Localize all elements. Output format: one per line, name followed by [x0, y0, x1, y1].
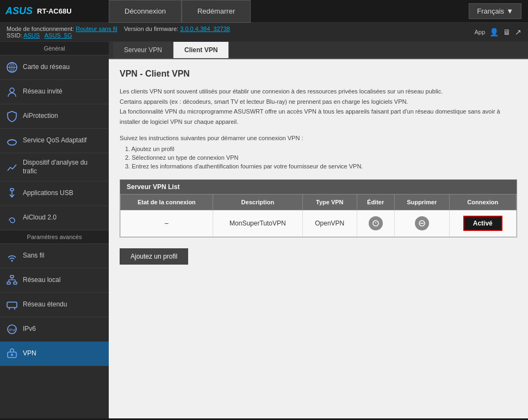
sidebar-item-carte-reseau[interactable]: Carte du réseau [0, 55, 109, 80]
instruction-3: 3. Entrez les informations d'authentific… [125, 163, 517, 170]
ipv6-icon: IPv6 [5, 323, 18, 336]
row-status: – [121, 210, 213, 236]
instructions-label: Suivez les instructions suivantes pour d… [120, 135, 517, 141]
ssid-asus[interactable]: ASUS [23, 32, 40, 39]
svg-rect-11 [10, 275, 14, 278]
tab-client-vpn[interactable]: Client VPN [173, 42, 229, 58]
person-icon[interactable]: 👤 [489, 28, 499, 36]
description-text: Les clients VPN sont souvent utilisés po… [120, 86, 517, 127]
tabs-bar: Serveur VPN Client VPN [109, 42, 528, 59]
sidebar-item-qos[interactable]: Service QoS Adaptatif [0, 129, 109, 153]
table-section-header: Serveur VPN List [120, 180, 517, 194]
svg-point-4 [10, 88, 14, 92]
sidebar-item-reseau-local[interactable]: Réseau local [0, 268, 109, 293]
sidebar-item-aiprotection[interactable]: AiProtection [0, 104, 109, 129]
active-button[interactable]: Activé [463, 216, 502, 231]
vpn-icon [5, 347, 18, 360]
shield-icon [5, 110, 18, 123]
wan-icon [5, 298, 18, 311]
sidebar-item-ipv6[interactable]: IPv6 IPv6 [0, 317, 109, 342]
sidebar-label-usb: Applications USB [23, 189, 73, 198]
vpn-table: Etat de la connexion Description Type VP… [120, 194, 517, 237]
row-type: OpenVPN [303, 210, 357, 236]
qos-icon [5, 134, 18, 147]
share-icon[interactable]: ↗ [515, 28, 521, 36]
language-button[interactable]: Français ▼ [469, 3, 521, 19]
sidebar-item-vpn[interactable]: VPN [0, 342, 109, 366]
col-status: Etat de la connexion [121, 194, 213, 210]
sidebar-item-reseau-etendu[interactable]: Réseau étendu [0, 293, 109, 317]
svg-rect-13 [14, 282, 17, 284]
redemarrer-button[interactable]: Redémarrer [182, 0, 251, 23]
sidebar: Général Carte du réseau Réseau invité Ai… [0, 42, 109, 418]
model-name: RT-AC68U [37, 7, 72, 15]
sidebar-label-sansfil: Sans fil [23, 252, 44, 260]
app-label: App [474, 29, 485, 35]
table-row: – MonSuperTutoVPN OpenVPN [121, 210, 517, 236]
deconnexion-button[interactable]: Déconnexion [109, 0, 182, 23]
mode-label: Mode de fonctionnement: [7, 26, 74, 32]
logo-area: ASUS RT-AC68U [0, 5, 109, 17]
row-description: MonSuperTutoVPN [213, 210, 302, 236]
sidebar-label-vpn: VPN [23, 349, 36, 358]
sidebar-label-ipv6: IPv6 [23, 325, 36, 334]
col-delete: Supprimer [394, 194, 449, 210]
add-profile-button[interactable]: Ajoutez un profil [120, 248, 188, 265]
wireless-icon [5, 249, 18, 262]
firmware-value[interactable]: 3.0.0.4.384_32738 [180, 26, 230, 32]
svg-rect-6 [10, 189, 14, 191]
usb-icon [5, 187, 18, 200]
edit-button[interactable] [369, 216, 383, 230]
svg-rect-18 [7, 302, 17, 308]
col-connexion: Connexion [449, 194, 516, 210]
top-bar: ASUS RT-AC68U Déconnexion Redémarrer Fra… [0, 0, 528, 23]
top-nav: Déconnexion Redémarrer [109, 0, 469, 23]
app-icons-area: App 👤 🖥 ↗ [474, 28, 521, 36]
tab-serveur-vpn[interactable]: Serveur VPN [113, 42, 173, 58]
page-title: VPN - Client VPN [120, 69, 517, 79]
sidebar-label-traffic: Dispositif d'analyse du trafic [23, 159, 103, 175]
row-delete[interactable] [394, 210, 449, 236]
col-edit: Éditer [357, 194, 394, 210]
row-connexion[interactable]: Activé [449, 210, 516, 236]
general-section-header: Général [0, 42, 109, 55]
network-icon [5, 61, 18, 74]
mode-value[interactable]: Routeur sans fil [76, 26, 117, 32]
svg-point-10 [11, 260, 13, 262]
lang-label: Français [477, 7, 504, 15]
sidebar-item-aicloud[interactable]: AiCloud 2.0 [0, 206, 109, 230]
chevron-down-icon: ▼ [506, 7, 513, 15]
advanced-section-header: Paramètres avancés [0, 230, 109, 244]
delete-button[interactable] [415, 216, 429, 230]
sidebar-label-aiprotection: AiProtection [23, 112, 58, 121]
vpn-table-container: Serveur VPN List Etat de la connexion De… [120, 179, 517, 237]
row-edit[interactable] [357, 210, 394, 236]
sidebar-item-reseau-invite[interactable]: Réseau invité [0, 80, 109, 104]
firmware-label: Version du firmware: [124, 26, 178, 32]
instruction-2: 2. Sélectionnez un type de connexion VPN [125, 154, 517, 161]
content-area: Serveur VPN Client VPN VPN - Client VPN … [109, 42, 528, 418]
top-right: Français ▼ [469, 3, 528, 19]
asus-logo: ASUS [5, 5, 33, 17]
sidebar-item-sansfil[interactable]: Sans fil [0, 244, 109, 268]
sidebar-label-carte-reseau: Carte du réseau [23, 63, 70, 72]
sidebar-item-usb[interactable]: Applications USB [0, 181, 109, 206]
instructions-list: 1. Ajoutez un profil 2. Sélectionnez un … [125, 146, 517, 170]
guest-icon [5, 85, 18, 98]
sidebar-label-reseau-local: Réseau local [23, 276, 60, 285]
content-inner: VPN - Client VPN Les clients VPN sont so… [109, 59, 528, 274]
traffic-icon [5, 161, 18, 174]
col-type: Type VPN [303, 194, 357, 210]
info-left: Mode de fonctionnement: Routeur sans fil… [7, 26, 230, 39]
sidebar-label-qos: Service QoS Adaptatif [23, 136, 86, 145]
instruction-1: 1. Ajoutez un profil [125, 146, 517, 152]
sidebar-item-traffic[interactable]: Dispositif d'analyse du trafic [0, 153, 109, 181]
info-bar: Mode de fonctionnement: Routeur sans fil… [0, 23, 528, 42]
sidebar-label-reseau-invite: Réseau invité [23, 87, 63, 96]
svg-text:IPv6: IPv6 [9, 328, 16, 332]
ssid-asus5g[interactable]: ASUS_5G [45, 32, 72, 39]
sidebar-label-aicloud: AiCloud 2.0 [23, 214, 57, 222]
col-description: Description [213, 194, 302, 210]
monitor-icon[interactable]: 🖥 [503, 28, 511, 36]
ssid-label: SSID: [7, 32, 22, 39]
